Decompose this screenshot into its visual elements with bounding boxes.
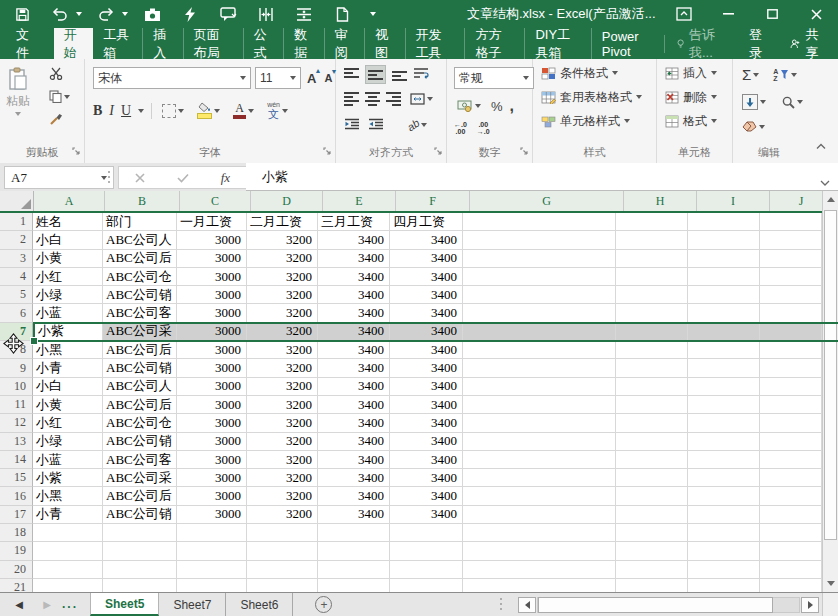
accounting-format-button[interactable] bbox=[454, 98, 484, 114]
cell-B11[interactable]: ABC公司后 bbox=[103, 396, 177, 414]
cell-D4[interactable]: 3200 bbox=[247, 268, 318, 286]
cell-C18[interactable] bbox=[177, 524, 247, 542]
cell-E7[interactable]: 3400 bbox=[318, 323, 390, 341]
row-header-5[interactable]: 5 bbox=[0, 286, 33, 304]
camera-icon[interactable] bbox=[140, 2, 164, 26]
row-header-15[interactable]: 15 bbox=[0, 469, 33, 487]
clear-button[interactable] bbox=[739, 119, 768, 134]
save-icon[interactable] bbox=[10, 2, 34, 26]
cell-A5[interactable]: 小绿 bbox=[33, 286, 103, 304]
paste-button[interactable]: 粘贴 bbox=[6, 67, 30, 116]
cell-E3[interactable]: 3400 bbox=[318, 250, 390, 268]
cell-J13[interactable] bbox=[760, 433, 822, 451]
vertical-scrollbar[interactable] bbox=[822, 191, 838, 592]
cell-C13[interactable]: 3000 bbox=[177, 433, 247, 451]
fill-button[interactable] bbox=[739, 92, 769, 112]
cell-B15[interactable]: ABC公司采 bbox=[103, 469, 177, 487]
cell-H17[interactable] bbox=[616, 506, 688, 524]
cell-J1[interactable] bbox=[760, 213, 822, 231]
decrease-font-size-button[interactable]: A▼ bbox=[322, 72, 334, 84]
cell-F8[interactable]: 3400 bbox=[390, 341, 463, 359]
insert-cells-button[interactable]: 插入 bbox=[661, 61, 721, 85]
cell-I15[interactable] bbox=[688, 469, 760, 487]
cell-G4[interactable] bbox=[463, 268, 616, 286]
cell-C17[interactable]: 3000 bbox=[177, 506, 247, 524]
cell-E6[interactable]: 3400 bbox=[318, 304, 390, 322]
cell-E18[interactable] bbox=[318, 524, 390, 542]
cell-E20[interactable] bbox=[318, 561, 390, 579]
cell-J3[interactable] bbox=[760, 250, 822, 268]
column-header-D[interactable]: D bbox=[251, 191, 323, 211]
cell-F2[interactable]: 3400 bbox=[390, 231, 463, 249]
tab-插入[interactable]: 插入 bbox=[142, 28, 182, 59]
cell-H18[interactable] bbox=[616, 524, 688, 542]
cell-H16[interactable] bbox=[616, 487, 688, 505]
fill-handle[interactable] bbox=[30, 337, 38, 345]
cell-A8[interactable]: 小黑 bbox=[33, 341, 103, 359]
cell-I6[interactable] bbox=[688, 304, 760, 322]
cancel-icon[interactable] bbox=[135, 169, 145, 187]
scroll-down-button[interactable] bbox=[823, 575, 838, 592]
cell-E21[interactable] bbox=[318, 579, 390, 592]
cell-H13[interactable] bbox=[616, 433, 688, 451]
cell-D11[interactable]: 3200 bbox=[247, 396, 318, 414]
cell-J10[interactable] bbox=[760, 378, 822, 396]
cell-F15[interactable]: 3400 bbox=[390, 469, 463, 487]
row-header-20[interactable]: 20 bbox=[0, 561, 33, 579]
cell-H1[interactable] bbox=[616, 213, 688, 231]
cell-J8[interactable] bbox=[760, 341, 822, 359]
cell-C20[interactable] bbox=[177, 561, 247, 579]
bold-button[interactable]: B bbox=[93, 103, 102, 119]
cell-I10[interactable] bbox=[688, 378, 760, 396]
cell-B20[interactable] bbox=[103, 561, 177, 579]
cell-A15[interactable]: 小紫 bbox=[33, 469, 103, 487]
cell-H12[interactable] bbox=[616, 414, 688, 432]
cell-G16[interactable] bbox=[463, 487, 616, 505]
borders-button[interactable] bbox=[159, 102, 187, 120]
cell-E15[interactable]: 3400 bbox=[318, 469, 390, 487]
row-header-14[interactable]: 14 bbox=[0, 451, 33, 469]
cell-A19[interactable] bbox=[33, 542, 103, 560]
cell-D21[interactable] bbox=[247, 579, 318, 592]
cell-I18[interactable] bbox=[688, 524, 760, 542]
cell-H9[interactable] bbox=[616, 359, 688, 377]
cell-D9[interactable]: 3200 bbox=[247, 359, 318, 377]
cell-D15[interactable]: 3200 bbox=[247, 469, 318, 487]
underline-button[interactable]: U bbox=[121, 103, 131, 119]
cell-I17[interactable] bbox=[688, 506, 760, 524]
cell-C6[interactable]: 3000 bbox=[177, 304, 247, 322]
insert-function-button[interactable]: fx bbox=[221, 170, 230, 186]
distribute-rows-icon[interactable] bbox=[292, 2, 316, 26]
cell-J17[interactable] bbox=[760, 506, 822, 524]
wrap-text-icon[interactable] bbox=[413, 67, 429, 82]
cell-J9[interactable] bbox=[760, 359, 822, 377]
cell-I20[interactable] bbox=[688, 561, 760, 579]
cell-I4[interactable] bbox=[688, 268, 760, 286]
cell-C1[interactable]: 一月工资 bbox=[177, 213, 247, 231]
cell-A2[interactable]: 小白 bbox=[33, 231, 103, 249]
number-format-select[interactable]: 常规 bbox=[454, 67, 534, 89]
increase-decimal-button[interactable]: ←.0.00 bbox=[454, 121, 467, 135]
cell-B13[interactable]: ABC公司销 bbox=[103, 433, 177, 451]
cell-C10[interactable]: 3000 bbox=[177, 378, 247, 396]
cell-H11[interactable] bbox=[616, 396, 688, 414]
tab-公式[interactable]: 公式 bbox=[243, 28, 283, 59]
expand-formula-bar-icon[interactable] bbox=[820, 172, 830, 190]
cell-G11[interactable] bbox=[463, 396, 616, 414]
cell-J14[interactable] bbox=[760, 451, 822, 469]
cell-F19[interactable] bbox=[390, 542, 463, 560]
cell-F3[interactable]: 3400 bbox=[390, 250, 463, 268]
tab-视图[interactable]: 视图 bbox=[364, 28, 404, 59]
cell-A7[interactable]: 小紫 bbox=[33, 323, 103, 341]
cell-C21[interactable] bbox=[177, 579, 247, 592]
minimize-button[interactable] bbox=[706, 0, 750, 28]
cell-G9[interactable] bbox=[463, 359, 616, 377]
tab-file[interactable]: 文件 bbox=[0, 28, 54, 59]
cell-H8[interactable] bbox=[616, 341, 688, 359]
cell-C7[interactable]: 3000 bbox=[177, 323, 247, 341]
undo-dropdown-icon[interactable] bbox=[76, 12, 82, 16]
cell-E16[interactable]: 3400 bbox=[318, 487, 390, 505]
cell-B3[interactable]: ABC公司后 bbox=[103, 250, 177, 268]
cell-G1[interactable] bbox=[463, 213, 616, 231]
tell-me-box[interactable]: 告诉我... bbox=[664, 35, 737, 53]
